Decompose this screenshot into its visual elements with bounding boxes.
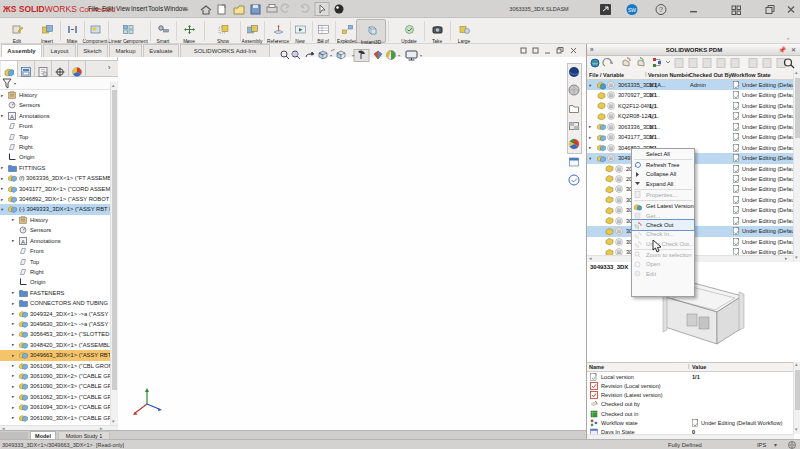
svg-text:SW: SW	[628, 7, 636, 13]
svg-text:A: A	[21, 238, 25, 244]
svg-text:A: A	[10, 113, 14, 119]
svg-text:?: ?	[659, 6, 663, 13]
